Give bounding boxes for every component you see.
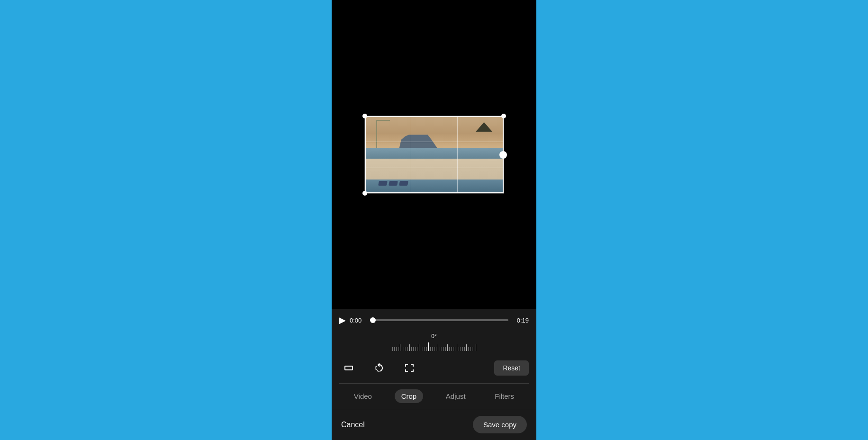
tick <box>404 347 404 351</box>
tick <box>402 347 402 351</box>
tick-major <box>438 344 438 351</box>
phone-frame: ▶ 0:00 0:19 0° <box>332 0 536 440</box>
tick-major-center <box>428 342 429 351</box>
crop-border <box>365 116 504 193</box>
crop-handle-bl[interactable] <box>362 191 367 196</box>
tick <box>470 347 470 351</box>
tick <box>394 347 395 351</box>
tick <box>455 347 455 351</box>
tab-bar: Video Crop Adjust Filters <box>332 384 536 409</box>
crop-free-icon <box>404 362 415 374</box>
tick <box>474 347 474 351</box>
straighten-button[interactable] <box>400 359 419 377</box>
tick <box>449 347 450 351</box>
tick <box>421 347 421 351</box>
tick <box>417 347 417 351</box>
rotate-button[interactable] <box>370 359 389 377</box>
crop-grid-h2 <box>365 168 504 168</box>
tick <box>462 347 463 351</box>
tick <box>445 347 446 351</box>
tick <box>398 347 398 351</box>
tick-major <box>457 344 457 351</box>
tick <box>442 347 442 351</box>
progress-thumb[interactable] <box>370 317 376 323</box>
tick <box>413 347 414 351</box>
tick-major <box>400 344 400 351</box>
play-button[interactable]: ▶ <box>339 315 346 325</box>
tick-major <box>466 344 467 351</box>
tick <box>468 347 469 351</box>
crop-overlay <box>365 116 504 193</box>
tick <box>415 347 416 351</box>
tab-crop[interactable]: Crop <box>395 389 424 403</box>
tick <box>392 347 393 351</box>
tick <box>451 347 452 351</box>
video-area <box>332 0 536 309</box>
tick-major <box>419 344 419 351</box>
crop-grid-v2 <box>457 116 458 193</box>
crop-handle-tr[interactable] <box>501 114 506 118</box>
tick-major <box>409 344 410 351</box>
tick <box>453 347 453 351</box>
tab-video[interactable]: Video <box>347 389 379 403</box>
tick <box>407 347 408 351</box>
crop-grid-h1 <box>365 142 504 142</box>
tick-major <box>476 344 476 351</box>
tick <box>411 347 412 351</box>
tab-filters[interactable]: Filters <box>488 389 521 403</box>
rotation-ruler[interactable] <box>339 341 529 351</box>
rotation-angle-label: 0° <box>431 333 436 340</box>
cancel-button[interactable]: Cancel <box>341 421 365 429</box>
tick <box>396 347 397 351</box>
save-copy-button[interactable]: Save copy <box>473 416 527 433</box>
crop-grid-v1 <box>411 116 411 193</box>
tick <box>434 347 434 351</box>
video-thumbnail <box>364 116 504 194</box>
reset-button[interactable]: Reset <box>494 360 529 376</box>
bottom-bar: Cancel Save copy <box>332 409 536 440</box>
controls-area: ▶ 0:00 0:19 0° <box>332 309 536 440</box>
tick <box>472 347 472 351</box>
tick <box>432 347 433 351</box>
tick <box>423 347 423 351</box>
tick <box>425 347 425 351</box>
tick <box>430 347 431 351</box>
tick <box>443 347 444 351</box>
rotation-row: 0° <box>332 331 536 355</box>
tick <box>436 347 436 351</box>
tick <box>426 347 427 351</box>
crop-handle-tl[interactable] <box>362 114 367 118</box>
rotate-icon <box>373 362 385 374</box>
tick <box>459 347 459 351</box>
crop-handle-rm[interactable] <box>499 151 507 159</box>
playback-row: ▶ 0:00 0:19 <box>332 309 536 331</box>
ruler-ticks <box>339 341 529 351</box>
time-current: 0:00 <box>350 317 366 324</box>
progress-bar[interactable] <box>370 319 508 321</box>
tool-buttons-row: Reset <box>332 355 536 383</box>
time-total: 0:19 <box>512 317 529 324</box>
tick <box>406 347 406 351</box>
tick <box>440 347 440 351</box>
tab-adjust[interactable]: Adjust <box>439 389 472 403</box>
tick <box>461 347 461 351</box>
tick-major <box>447 344 448 351</box>
aspect-ratio-button[interactable] <box>339 359 358 377</box>
tick <box>464 347 465 351</box>
aspect-ratio-icon <box>343 362 354 374</box>
